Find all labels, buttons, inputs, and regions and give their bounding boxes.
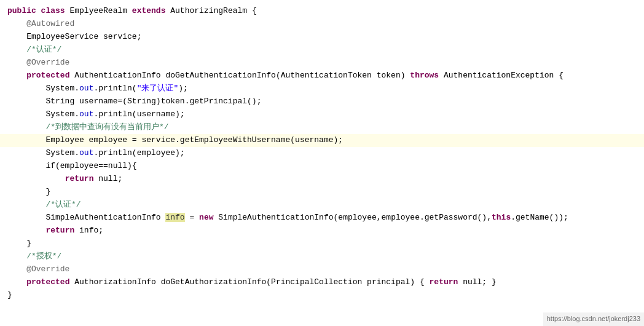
code-line: } <box>0 186 644 199</box>
code-line: Employee employee = service.getEmployeeW… <box>0 134 644 147</box>
code-editor: public class EmplyeeRealm extends Author… <box>0 0 644 326</box>
code-line: return info; <box>0 225 644 237</box>
code-line: System.out.println(username); <box>0 108 644 121</box>
code-line: EmployeeService service; <box>0 31 644 44</box>
code-line: @Override <box>0 57 644 70</box>
code-line: if(employee==null){ <box>0 160 644 173</box>
url-bar: https://blog.csdn.net/jokerdj233 <box>543 312 644 326</box>
code-block: public class EmplyeeRealm extends Author… <box>0 5 644 302</box>
code-line: return null; <box>0 173 644 186</box>
code-line: protected AuthenticationInfo doGetAuthen… <box>0 70 644 82</box>
code-line: protected AuthorizationInfo doGetAuthori… <box>0 276 644 289</box>
code-line: SimpleAuthenticationInfo info = new Simp… <box>0 212 644 225</box>
code-line: /*认证*/ <box>0 44 644 57</box>
code-line: public class EmplyeeRealm extends Author… <box>0 5 644 18</box>
code-line: /*认证*/ <box>0 199 644 212</box>
code-line: String username=(String)token.getPrincip… <box>0 95 644 108</box>
code-line: System.out.println("来了认证"); <box>0 82 644 95</box>
code-line: /*授权*/ <box>0 250 644 263</box>
code-line: @Override <box>0 263 644 276</box>
code-line: /*到数据中查询有没有当前用户*/ <box>0 121 644 134</box>
code-line: @Autowired <box>0 18 644 31</box>
code-line: } <box>0 237 644 250</box>
code-line: } <box>0 289 644 302</box>
code-line: System.out.println(employee); <box>0 147 644 160</box>
